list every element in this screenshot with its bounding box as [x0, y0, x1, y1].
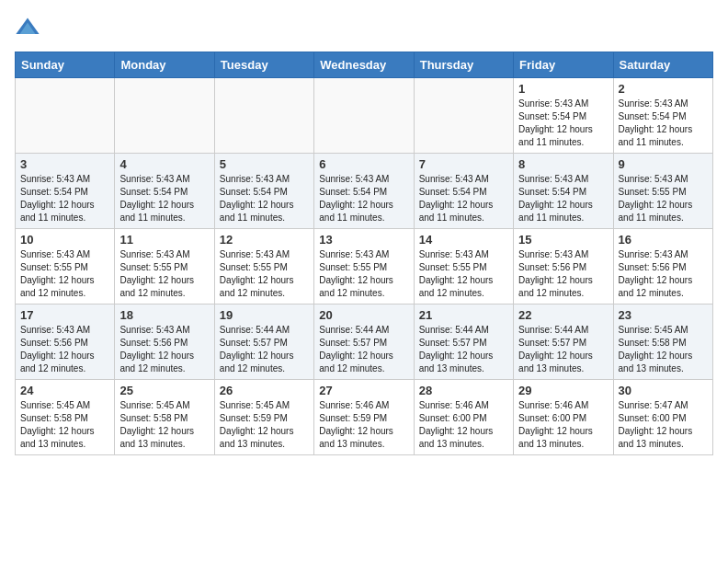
day-number: 28	[419, 384, 508, 397]
calendar-cell: 13Sunrise: 5:43 AMSunset: 5:55 PMDayligh…	[314, 229, 414, 304]
calendar-cell: 29Sunrise: 5:46 AMSunset: 6:00 PMDayligh…	[514, 380, 613, 455]
cell-info: Sunrise: 5:43 AMSunset: 5:56 PMDaylight:…	[619, 248, 708, 300]
calendar-cell: 14Sunrise: 5:43 AMSunset: 5:55 PMDayligh…	[414, 229, 513, 304]
calendar-week-row: 17Sunrise: 5:43 AMSunset: 5:56 PMDayligh…	[16, 304, 713, 380]
page: SundayMondayTuesdayWednesdayThursdayFrid…	[0, 0, 728, 470]
cell-info: Sunrise: 5:43 AMSunset: 5:56 PMDaylight:…	[119, 324, 209, 375]
cell-info: Sunrise: 5:44 AMSunset: 5:57 PMDaylight:…	[419, 324, 508, 375]
cell-info: Sunrise: 5:45 AMSunset: 5:58 PMDaylight:…	[119, 399, 209, 451]
day-number: 21	[419, 308, 508, 322]
calendar-week-row: 3Sunrise: 5:43 AMSunset: 5:54 PMDaylight…	[16, 154, 713, 229]
cell-info: Sunrise: 5:43 AMSunset: 5:55 PMDaylight:…	[619, 173, 708, 224]
calendar-cell	[16, 78, 115, 154]
calendar-day-header: Thursday	[414, 52, 513, 78]
calendar-cell: 7Sunrise: 5:43 AMSunset: 5:54 PMDaylight…	[414, 154, 513, 229]
calendar-cell	[314, 78, 414, 154]
day-number: 5	[220, 157, 309, 171]
calendar-cell: 22Sunrise: 5:44 AMSunset: 5:57 PMDayligh…	[514, 304, 613, 380]
cell-info: Sunrise: 5:43 AMSunset: 5:54 PMDaylight:…	[319, 173, 408, 224]
day-number: 1	[518, 82, 608, 96]
calendar-cell: 20Sunrise: 5:44 AMSunset: 5:57 PMDayligh…	[314, 304, 414, 380]
calendar-cell	[115, 78, 214, 154]
cell-info: Sunrise: 5:45 AMSunset: 5:58 PMDaylight:…	[20, 399, 109, 451]
day-number: 12	[220, 233, 309, 247]
cell-info: Sunrise: 5:43 AMSunset: 5:54 PMDaylight:…	[518, 173, 608, 224]
day-number: 30	[619, 384, 708, 397]
calendar-cell: 11Sunrise: 5:43 AMSunset: 5:55 PMDayligh…	[115, 229, 214, 304]
day-number: 27	[319, 384, 408, 397]
logo-icon	[15, 15, 40, 40]
day-number: 3	[20, 157, 109, 171]
day-number: 24	[20, 384, 109, 397]
day-number: 10	[20, 233, 109, 247]
calendar-cell: 24Sunrise: 5:45 AMSunset: 5:58 PMDayligh…	[16, 380, 115, 455]
calendar-cell	[214, 78, 313, 154]
calendar-cell: 10Sunrise: 5:43 AMSunset: 5:55 PMDayligh…	[16, 229, 115, 304]
cell-info: Sunrise: 5:43 AMSunset: 5:55 PMDaylight:…	[20, 248, 109, 300]
calendar-day-header: Sunday	[16, 52, 115, 78]
day-number: 13	[319, 233, 408, 247]
cell-info: Sunrise: 5:46 AMSunset: 6:00 PMDaylight:…	[419, 399, 508, 451]
day-number: 18	[119, 308, 209, 322]
calendar-cell: 21Sunrise: 5:44 AMSunset: 5:57 PMDayligh…	[414, 304, 513, 380]
calendar-week-row: 10Sunrise: 5:43 AMSunset: 5:55 PMDayligh…	[16, 229, 713, 304]
calendar-cell: 16Sunrise: 5:43 AMSunset: 5:56 PMDayligh…	[613, 229, 712, 304]
cell-info: Sunrise: 5:43 AMSunset: 5:54 PMDaylight:…	[20, 173, 109, 224]
calendar-table: SundayMondayTuesdayWednesdayThursdayFrid…	[15, 52, 713, 455]
day-number: 29	[518, 384, 608, 397]
cell-info: Sunrise: 5:43 AMSunset: 5:55 PMDaylight:…	[119, 248, 209, 300]
calendar-cell: 9Sunrise: 5:43 AMSunset: 5:55 PMDaylight…	[613, 154, 712, 229]
calendar-day-header: Friday	[514, 52, 613, 78]
calendar-cell: 5Sunrise: 5:43 AMSunset: 5:54 PMDaylight…	[214, 154, 313, 229]
calendar-cell: 28Sunrise: 5:46 AMSunset: 6:00 PMDayligh…	[414, 380, 513, 455]
calendar-cell: 26Sunrise: 5:45 AMSunset: 5:59 PMDayligh…	[214, 380, 313, 455]
day-number: 22	[518, 308, 608, 322]
day-number: 9	[619, 157, 708, 171]
cell-info: Sunrise: 5:44 AMSunset: 5:57 PMDaylight:…	[220, 324, 309, 375]
header	[15, 15, 713, 40]
calendar-week-row: 24Sunrise: 5:45 AMSunset: 5:58 PMDayligh…	[16, 380, 713, 455]
day-number: 17	[20, 308, 109, 322]
cell-info: Sunrise: 5:45 AMSunset: 5:58 PMDaylight:…	[619, 324, 708, 375]
day-number: 7	[419, 157, 508, 171]
cell-info: Sunrise: 5:43 AMSunset: 5:55 PMDaylight:…	[419, 248, 508, 300]
calendar-cell: 8Sunrise: 5:43 AMSunset: 5:54 PMDaylight…	[514, 154, 613, 229]
day-number: 25	[119, 384, 209, 397]
day-number: 23	[619, 308, 708, 322]
day-number: 14	[419, 233, 508, 247]
calendar-cell: 1Sunrise: 5:43 AMSunset: 5:54 PMDaylight…	[514, 78, 613, 154]
day-number: 6	[319, 157, 408, 171]
cell-info: Sunrise: 5:43 AMSunset: 5:55 PMDaylight:…	[220, 248, 309, 300]
calendar-cell: 6Sunrise: 5:43 AMSunset: 5:54 PMDaylight…	[314, 154, 414, 229]
calendar-cell	[414, 78, 513, 154]
cell-info: Sunrise: 5:43 AMSunset: 5:54 PMDaylight:…	[619, 98, 708, 149]
calendar-day-header: Saturday	[613, 52, 712, 78]
cell-info: Sunrise: 5:43 AMSunset: 5:56 PMDaylight:…	[20, 324, 109, 375]
calendar-cell: 27Sunrise: 5:46 AMSunset: 5:59 PMDayligh…	[314, 380, 414, 455]
calendar-cell: 18Sunrise: 5:43 AMSunset: 5:56 PMDayligh…	[115, 304, 214, 380]
cell-info: Sunrise: 5:43 AMSunset: 5:54 PMDaylight:…	[119, 173, 209, 224]
calendar-cell: 19Sunrise: 5:44 AMSunset: 5:57 PMDayligh…	[214, 304, 313, 380]
calendar-cell: 23Sunrise: 5:45 AMSunset: 5:58 PMDayligh…	[613, 304, 712, 380]
cell-info: Sunrise: 5:45 AMSunset: 5:59 PMDaylight:…	[220, 399, 309, 451]
calendar-header-row: SundayMondayTuesdayWednesdayThursdayFrid…	[16, 52, 713, 78]
calendar-day-header: Tuesday	[214, 52, 313, 78]
calendar-day-header: Monday	[115, 52, 214, 78]
cell-info: Sunrise: 5:46 AMSunset: 5:59 PMDaylight:…	[319, 399, 408, 451]
calendar-cell: 2Sunrise: 5:43 AMSunset: 5:54 PMDaylight…	[613, 78, 712, 154]
day-number: 8	[518, 157, 608, 171]
day-number: 19	[220, 308, 309, 322]
cell-info: Sunrise: 5:44 AMSunset: 5:57 PMDaylight:…	[518, 324, 608, 375]
calendar-cell: 25Sunrise: 5:45 AMSunset: 5:58 PMDayligh…	[115, 380, 214, 455]
logo	[15, 15, 44, 40]
calendar-cell: 30Sunrise: 5:47 AMSunset: 6:00 PMDayligh…	[613, 380, 712, 455]
day-number: 11	[119, 233, 209, 247]
cell-info: Sunrise: 5:46 AMSunset: 6:00 PMDaylight:…	[518, 399, 608, 451]
cell-info: Sunrise: 5:44 AMSunset: 5:57 PMDaylight:…	[319, 324, 408, 375]
day-number: 20	[319, 308, 408, 322]
calendar-cell: 12Sunrise: 5:43 AMSunset: 5:55 PMDayligh…	[214, 229, 313, 304]
cell-info: Sunrise: 5:43 AMSunset: 5:56 PMDaylight:…	[518, 248, 608, 300]
cell-info: Sunrise: 5:43 AMSunset: 5:54 PMDaylight:…	[518, 98, 608, 149]
day-number: 26	[220, 384, 309, 397]
cell-info: Sunrise: 5:43 AMSunset: 5:54 PMDaylight:…	[419, 173, 508, 224]
